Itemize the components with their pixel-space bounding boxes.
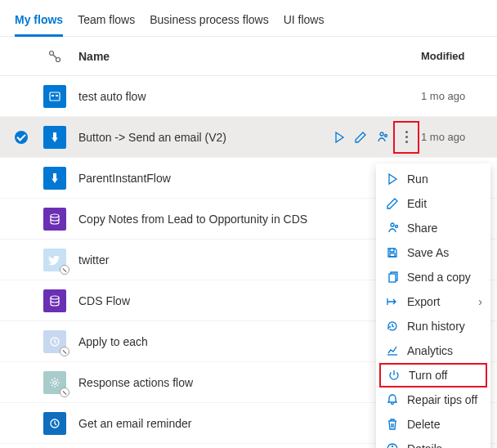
menu-label: Analytics (407, 344, 453, 357)
pencil-icon (386, 197, 399, 210)
menu-run-history[interactable]: Run history (376, 314, 490, 338)
flow-icon-clock (43, 412, 66, 435)
flow-icon-database (43, 208, 66, 231)
run-icon[interactable] (333, 131, 346, 144)
flow-icon-twitter (43, 249, 66, 271)
flow-name[interactable]: Copy Notes from Lead to Opportunity in C… (72, 213, 311, 226)
menu-label: Export (407, 295, 440, 308)
flow-icon-gear (43, 371, 66, 394)
svg-point-6 (385, 134, 387, 137)
menu-label: Run history (407, 320, 465, 333)
flow-icon-clock (43, 330, 66, 353)
export-icon (386, 295, 399, 308)
flow-name[interactable]: test auto flow (72, 90, 311, 103)
menu-send-copy[interactable]: Send a copy (376, 265, 490, 289)
flow-icon-database (43, 289, 66, 312)
info-icon (386, 442, 399, 444)
flow-type-icon (38, 50, 72, 63)
menu-label: Repair tips off (407, 393, 477, 406)
svg-rect-3 (51, 95, 54, 96)
play-icon (386, 172, 399, 186)
tab-team-flows[interactable]: Team flows (78, 8, 135, 36)
menu-repair-tips-off[interactable]: Repair tips off (376, 388, 490, 412)
tab-bar: My flows Team flows Business process flo… (0, 0, 497, 37)
flow-icon-button (43, 167, 66, 190)
bell-icon (386, 393, 399, 406)
menu-label: Share (407, 222, 437, 235)
menu-label: Save As (407, 246, 449, 259)
svg-rect-15 (389, 274, 396, 282)
tab-my-flows[interactable]: My flows (15, 8, 63, 37)
tab-ui-flows[interactable]: UI flows (284, 8, 325, 36)
flow-name[interactable]: Response actions flow (72, 376, 311, 389)
menu-label: Edit (407, 197, 427, 210)
share-icon[interactable] (375, 131, 388, 144)
menu-label: Turn off (409, 369, 447, 382)
flow-icon-button (43, 126, 66, 149)
svg-point-0 (50, 51, 54, 55)
disabled-badge-icon (60, 265, 69, 275)
flow-icon-schedule (43, 85, 66, 108)
flow-name[interactable]: ParentInstantFlow (72, 172, 311, 185)
share-icon (386, 222, 399, 235)
flow-modified: 1 mo ago (421, 131, 482, 143)
history-icon (386, 320, 399, 333)
svg-rect-14 (390, 253, 395, 257)
flow-name[interactable]: Apply to each (72, 335, 311, 348)
menu-run[interactable]: Run (376, 167, 490, 191)
edit-icon[interactable] (354, 131, 367, 144)
flow-modified: 1 mo ago (421, 90, 482, 102)
flow-name[interactable]: CDS Flow (72, 294, 311, 307)
menu-delete[interactable]: Delete (376, 412, 490, 437)
power-icon (387, 369, 401, 382)
svg-point-12 (391, 223, 394, 226)
svg-rect-2 (50, 92, 60, 101)
menu-label: Delete (407, 418, 440, 431)
menu-export[interactable]: Export (376, 289, 490, 314)
save-icon (386, 246, 399, 259)
menu-label: Send a copy (407, 271, 471, 284)
disabled-badge-icon (60, 388, 69, 397)
svg-rect-4 (56, 95, 58, 96)
more-actions-button[interactable] (396, 124, 416, 150)
header-modified[interactable]: Modified (421, 50, 482, 62)
menu-turn-off[interactable]: Turn off (379, 363, 487, 388)
flow-name[interactable]: Get an email reminder (72, 417, 311, 430)
list-header: Name Modified (0, 37, 497, 76)
menu-label: Run (407, 172, 428, 186)
svg-point-13 (396, 226, 398, 228)
menu-edit[interactable]: Edit (376, 191, 490, 216)
menu-share[interactable]: Share (376, 216, 490, 240)
svg-point-1 (56, 57, 60, 61)
disabled-badge-icon (60, 347, 69, 356)
flow-row[interactable]: test auto flow 1 mo ago (0, 76, 497, 117)
tab-bpf[interactable]: Business process flows (150, 8, 269, 36)
menu-save-as[interactable]: Save As (376, 240, 490, 265)
menu-analytics[interactable]: Analytics (376, 338, 490, 363)
more-icon (405, 131, 408, 143)
svg-point-8 (51, 296, 59, 299)
analytics-icon (386, 344, 399, 357)
trash-icon (386, 418, 399, 431)
flow-name[interactable]: twitter (72, 253, 311, 267)
svg-point-7 (51, 214, 59, 217)
context-menu: Run Edit Share Save As Send a copy Expor… (376, 164, 490, 444)
svg-point-10 (53, 381, 56, 384)
row-checkbox-checked[interactable] (15, 131, 28, 144)
flow-row-selected[interactable]: Button -> Send an email (V2) 1 mo ago (0, 117, 497, 158)
menu-label: Details (407, 442, 442, 444)
flow-name[interactable]: Button -> Send an email (V2) (72, 131, 311, 144)
menu-details[interactable]: Details (376, 437, 490, 444)
header-name[interactable]: Name (72, 50, 311, 63)
copy-icon (386, 271, 399, 284)
svg-point-5 (380, 132, 383, 136)
